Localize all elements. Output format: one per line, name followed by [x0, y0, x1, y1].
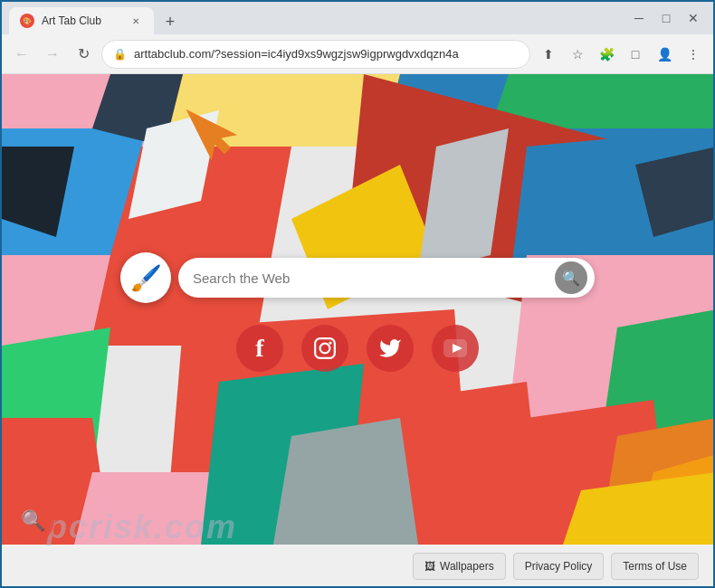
minimize-button[interactable]: ─ [626, 5, 652, 31]
twitter-icon[interactable] [367, 325, 414, 372]
search-input[interactable] [193, 270, 555, 286]
navigation-bar: ← → ↻ 🔒 ⬆ ☆ 🧩 □ 👤 ⋮ [2, 34, 713, 74]
instagram-icon[interactable] [301, 325, 348, 372]
extensions-button[interactable]: 🧩 [594, 42, 619, 67]
site-logo: 🖌️ [120, 252, 171, 303]
svg-point-34 [320, 344, 330, 354]
lock-icon: 🔒 [113, 48, 127, 61]
watermark: 🔍 [11, 499, 54, 543]
tab-title: Art Tab Club [42, 14, 101, 27]
facebook-icon[interactable]: f [236, 325, 283, 372]
privacy-policy-label: Privacy Policy [525, 560, 593, 573]
bookmark-button[interactable]: ☆ [565, 42, 590, 67]
tab-close-button[interactable]: ✕ [129, 14, 143, 28]
svg-rect-33 [315, 338, 335, 358]
social-icons-row: f [236, 325, 479, 372]
page-content: 🖌️ 🔍 f [2, 74, 713, 586]
url-input[interactable] [134, 47, 519, 61]
address-bar[interactable]: 🔒 [101, 40, 530, 69]
tab-area: 🎨 Art Tab Club ✕ + [9, 2, 615, 34]
profile-button[interactable]: 👤 [652, 42, 677, 67]
window-controls: ─ □ ✕ [626, 5, 706, 31]
youtube-icon[interactable] [432, 325, 479, 372]
cast-button[interactable]: □ [623, 42, 648, 67]
forward-button[interactable]: → [40, 42, 65, 67]
svg-point-35 [329, 341, 331, 344]
active-tab[interactable]: 🎨 Art Tab Club ✕ [9, 7, 154, 34]
menu-button[interactable]: ⋮ [681, 42, 706, 67]
wallpapers-button[interactable]: 🖼 Wallpapers [413, 553, 506, 580]
new-tab-button[interactable]: + [157, 9, 183, 34]
tab-favicon: 🎨 [20, 14, 34, 28]
back-button[interactable]: ← [9, 42, 34, 67]
refresh-button[interactable]: ↻ [71, 42, 96, 67]
close-button[interactable]: ✕ [681, 5, 706, 31]
wallpapers-icon: 🖼 [424, 560, 435, 573]
watermark-icon: 🔍 [11, 499, 54, 543]
share-button[interactable]: ⬆ [536, 42, 561, 67]
browser-window: 🎨 Art Tab Club ✕ + ─ □ ✕ ← → ↻ 🔒 ⬆ ☆ 🧩 □… [0, 0, 715, 588]
title-bar: 🎨 Art Tab Club ✕ + ─ □ ✕ [2, 2, 713, 34]
center-content: 🖌️ 🔍 f [120, 252, 595, 372]
terms-label: Terms of Use [623, 560, 687, 573]
terms-of-use-button[interactable]: Terms of Use [611, 553, 699, 580]
bottom-bar: 🖼 Wallpapers Privacy Policy Terms of Use [2, 546, 713, 586]
wallpapers-label: Wallpapers [440, 560, 494, 573]
search-button[interactable]: 🔍 [555, 261, 587, 294]
logo-search-row: 🖌️ 🔍 [120, 252, 595, 303]
privacy-policy-button[interactable]: Privacy Policy [513, 553, 605, 580]
svg-marker-30 [273, 418, 418, 545]
maximize-button[interactable]: □ [653, 5, 679, 31]
search-box: 🔍 [178, 258, 595, 298]
nav-actions: ⬆ ☆ 🧩 □ 👤 ⋮ [536, 42, 706, 67]
